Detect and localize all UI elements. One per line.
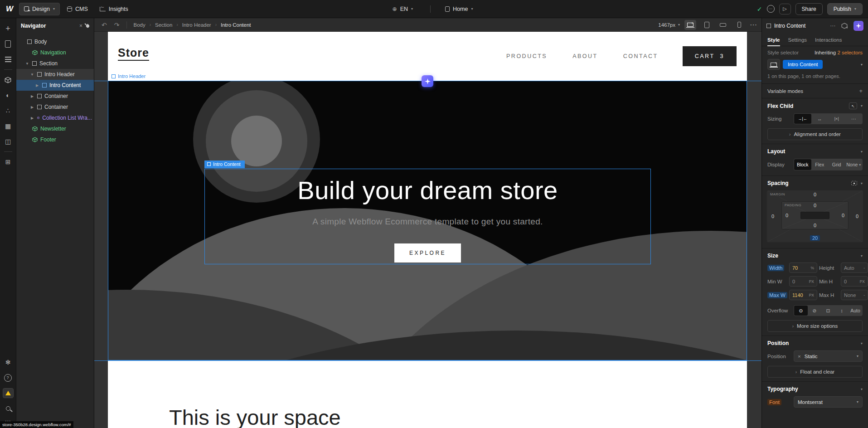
- tree-item-container[interactable]: ▶ Container: [16, 102, 94, 112]
- padding-top-value[interactable]: 0: [814, 203, 816, 208]
- publish-button[interactable]: Publish ▾: [827, 3, 863, 15]
- tab-interactions[interactable]: Interactions: [815, 34, 842, 46]
- breakpoint-phone-landscape-button[interactable]: [717, 20, 729, 30]
- overflow-scroll-button[interactable]: ↕: [835, 306, 849, 316]
- help-button[interactable]: ?: [0, 370, 16, 385]
- styles-button[interactable]: ◐: [0, 88, 16, 103]
- hero-subtitle[interactable]: A simple Webflow Ecommerce template to g…: [312, 217, 543, 227]
- tree-item-intro-header[interactable]: ▼ Intro Header: [16, 69, 94, 80]
- design-mode-button[interactable]: Design ▾: [19, 3, 60, 15]
- nav-link-about[interactable]: ABOUT: [560, 53, 611, 59]
- tree-item-newsletter[interactable]: Newsletter: [16, 123, 94, 134]
- margin-padding-control[interactable]: MARGIN 0 0 0 20 PADDING 0 0 0 0: [766, 190, 863, 243]
- undo-button[interactable]: ↶: [102, 21, 107, 29]
- font-select[interactable]: Montserrat ▾: [794, 396, 863, 408]
- overflow-hidden-button[interactable]: ⊘: [808, 306, 821, 316]
- preview-button[interactable]: ▷: [779, 4, 791, 15]
- padding-bottom-value[interactable]: 0: [814, 223, 816, 228]
- breadcrumb-item[interactable]: Section: [155, 22, 172, 28]
- parent-element-icon[interactable]: ↖: [849, 102, 857, 109]
- more-size-options-button[interactable]: › More size options: [767, 320, 863, 332]
- tree-item-section[interactable]: ▼ Section: [16, 58, 94, 69]
- display-flex-button[interactable]: Flex: [811, 159, 829, 170]
- add-elements-button[interactable]: +: [0, 21, 16, 36]
- chevron-down-icon[interactable]: ▾: [861, 254, 863, 258]
- intro-header-label[interactable]: Intro Header: [112, 73, 145, 79]
- content-section[interactable]: This is your space: [108, 360, 747, 428]
- spacing-mode-icon[interactable]: [851, 181, 857, 185]
- sizing-grow-button[interactable]: ↔: [811, 114, 829, 124]
- breakpoint-desktop-button[interactable]: *: [684, 20, 696, 30]
- variable-modes-row[interactable]: Variable modes +: [762, 84, 868, 98]
- display-block-button[interactable]: Block: [794, 159, 811, 170]
- breadcrumb-item-current[interactable]: Intro Content: [221, 22, 251, 28]
- breadcrumb-item[interactable]: Body: [133, 22, 145, 28]
- ai-assistant-button[interactable]: [853, 21, 863, 31]
- hero-section[interactable]: Intro Content Build your dream store A s…: [108, 81, 747, 360]
- float-and-clear-button[interactable]: › Float and clear: [767, 366, 863, 378]
- variables-button[interactable]: ∴: [0, 103, 16, 118]
- intro-content-label[interactable]: Intro Content: [204, 160, 245, 168]
- tree-item-footer[interactable]: Footer: [16, 134, 94, 145]
- close-icon[interactable]: ×: [79, 23, 82, 29]
- chevron-down-icon[interactable]: ▾: [861, 181, 863, 185]
- sizing-shrink-button[interactable]: →|←: [794, 114, 811, 124]
- site-header[interactable]: Store PRODUCTS ABOUT CONTACT CART 3 Intr…: [108, 32, 747, 81]
- pages-button[interactable]: [0, 36, 16, 52]
- viewport-width-control[interactable]: 1467px ▾: [658, 22, 680, 28]
- cart-button[interactable]: CART 3: [683, 46, 737, 66]
- chevron-right-icon[interactable]: ▶: [30, 105, 34, 109]
- design-canvas[interactable]: Store PRODUCTS ABOUT CONTACT CART 3 Intr…: [94, 32, 761, 428]
- class-pill[interactable]: Intro Content: [783, 60, 823, 69]
- pin-icon[interactable]: [86, 24, 90, 28]
- tree-item-intro-content[interactable]: ▶ Intro Content: [16, 80, 94, 91]
- chevron-down-icon[interactable]: ▾: [861, 150, 863, 154]
- style-selector-field[interactable]: * Intro Content ▾: [767, 59, 863, 70]
- insights-button[interactable]: Insights: [95, 3, 133, 15]
- chevron-down-icon[interactable]: ▼: [30, 73, 34, 77]
- min-height-field[interactable]: 0 PX: [841, 276, 868, 287]
- locale-switcher[interactable]: ⊕ EN ▾: [388, 3, 417, 15]
- explore-button[interactable]: EXPLORE: [394, 243, 461, 263]
- display-grid-button[interactable]: Grid: [828, 159, 845, 170]
- chevron-right-icon[interactable]: ▶: [35, 83, 39, 88]
- padding-right-value[interactable]: 0: [842, 213, 844, 218]
- apps-button[interactable]: ⊞: [0, 154, 16, 170]
- overflow-clip-button[interactable]: ⊡: [821, 306, 835, 316]
- search-button[interactable]: [0, 401, 16, 416]
- chevron-down-icon[interactable]: ▾: [861, 63, 863, 67]
- clear-icon[interactable]: ×: [798, 354, 801, 359]
- display-none-button[interactable]: None ▾: [845, 159, 863, 170]
- chevron-down-icon[interactable]: ▾: [861, 387, 863, 391]
- max-height-field[interactable]: None -: [841, 290, 868, 300]
- min-width-field[interactable]: 0 PX: [789, 276, 817, 287]
- chevron-right-icon[interactable]: ▶: [30, 94, 34, 98]
- breakpoint-tablet-button[interactable]: [701, 20, 713, 30]
- tree-item-navigation[interactable]: Navigation: [16, 47, 94, 58]
- tree-item-body[interactable]: Body: [16, 36, 94, 47]
- section-heading[interactable]: This is your space: [169, 405, 341, 428]
- chevron-right-icon[interactable]: ▶: [30, 116, 34, 120]
- chevron-down-icon[interactable]: ▼: [25, 62, 29, 66]
- padding-left-value[interactable]: 0: [786, 213, 788, 218]
- assets-button[interactable]: ▦: [0, 118, 16, 134]
- breakpoint-phone-button[interactable]: [733, 20, 745, 30]
- navigator-button[interactable]: [0, 52, 16, 67]
- element-action-handle[interactable]: [422, 75, 433, 87]
- components-button[interactable]: [0, 72, 16, 88]
- inheriting-selectors-link[interactable]: 2 selectors: [837, 50, 863, 55]
- tab-settings[interactable]: Settings: [788, 34, 807, 46]
- height-field[interactable]: Auto -: [841, 263, 868, 273]
- position-select[interactable]: × Static ▾: [794, 350, 863, 362]
- settings-button[interactable]: ✻: [0, 355, 16, 370]
- margin-bottom-value[interactable]: 20: [810, 235, 820, 241]
- page-switcher[interactable]: Home ▾: [441, 3, 477, 15]
- share-button[interactable]: Share: [795, 3, 823, 15]
- margin-right-value[interactable]: 0: [856, 214, 858, 219]
- tree-item-container[interactable]: ▶ Container: [16, 91, 94, 102]
- tab-style[interactable]: Style: [767, 34, 780, 46]
- hero-heading[interactable]: Build your dream store: [297, 175, 558, 205]
- intro-content-selection[interactable]: Intro Content Build your dream store A s…: [204, 169, 651, 264]
- margin-left-value[interactable]: 0: [771, 214, 774, 219]
- webflow-logo[interactable]: W: [0, 0, 19, 18]
